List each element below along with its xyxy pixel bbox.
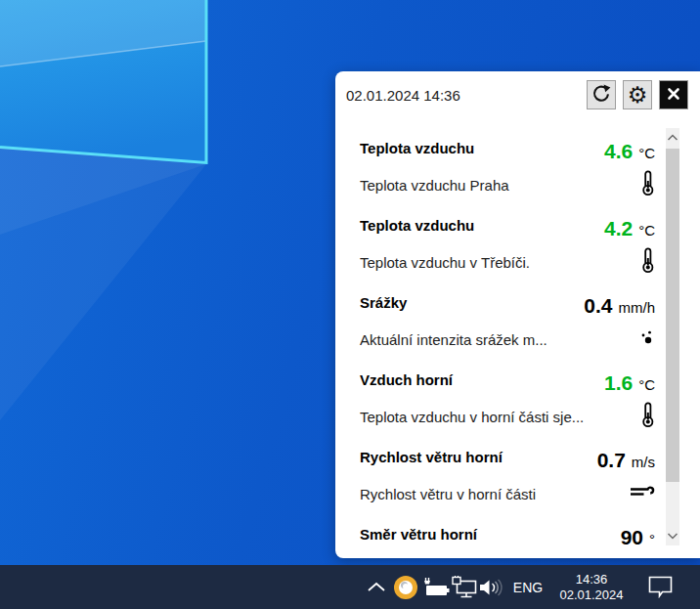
ethernet-monitor-icon (452, 576, 478, 598)
volume-tray-icon[interactable] (478, 565, 505, 609)
sensor-unit: ° (649, 531, 655, 547)
refresh-button[interactable] (587, 80, 616, 109)
chevron-up-icon (667, 134, 678, 142)
sensor-title: Teplota vzduchu (360, 140, 474, 156)
sensor-row[interactable]: Teplota vzduchu 4.6 °C Teplota vzduchu P… (335, 128, 666, 205)
chevron-up-icon (367, 582, 386, 592)
taskbar-time: 14:36 (576, 572, 608, 587)
sensor-value-group: 0.4 mm/h (584, 294, 655, 318)
taskbar-clock[interactable]: 14:36 02.01.2024 (553, 565, 630, 609)
thermometer-icon (640, 401, 655, 428)
scrollbar-down-button[interactable] (666, 526, 679, 545)
close-button[interactable] (659, 80, 688, 109)
taskbar-date: 02.01.2024 (559, 587, 623, 603)
sensor-unit: °C (638, 145, 655, 161)
scrollbar-thumb[interactable] (666, 149, 679, 482)
sensor-subtitle: Teplota vzduchu Praha (360, 177, 509, 194)
sensor-title: Srážky (360, 294, 407, 311)
refresh-icon (591, 84, 611, 107)
sensor-unit: °C (638, 222, 655, 239)
desktop-screen: 02.01.2024 14:36 ⚙ (0, 0, 700, 609)
network-tray-icon[interactable] (451, 565, 478, 609)
sensor-subtitle: Aktuální intenzita srážek m... (360, 331, 547, 348)
sensor-subtitle: Teplota vzduchu v Třebíči. (360, 254, 530, 271)
panel-scrollbar[interactable] (666, 128, 679, 545)
sensor-value: 4.6 (604, 140, 633, 163)
chevron-down-icon (667, 532, 678, 540)
wind-icon (630, 478, 655, 505)
battery-tray-icon[interactable] (421, 565, 451, 609)
sensor-value: 0.7 (597, 449, 626, 472)
thermometer-icon (640, 169, 655, 196)
sensor-row[interactable]: Rychlost větru horní 0.7 m/s Rychlost vě… (335, 437, 666, 514)
sensor-title: Rychlost větru horní (360, 449, 503, 465)
gear-icon: ⚙ (628, 84, 648, 107)
sensor-value-group: 0.7 m/s (597, 449, 655, 472)
rain-icon (640, 324, 655, 351)
sensor-value-group: 4.2 °C (604, 217, 655, 240)
sensor-value-group: 1.6 °C (604, 371, 655, 395)
sensor-value: 4.2 (604, 217, 633, 240)
wallpaper-window-shape (0, 0, 274, 430)
close-icon (665, 85, 682, 106)
settings-button[interactable]: ⚙ (623, 80, 652, 109)
sensor-value: 90 (621, 526, 643, 549)
show-hidden-icons-button[interactable] (365, 565, 388, 609)
taskbar: ENG 14:36 02.01.2024 (0, 565, 700, 609)
sensor-value-group: 90 ° (621, 526, 655, 549)
language-indicator[interactable]: ENG (510, 565, 546, 609)
battery-charging-icon (422, 577, 450, 598)
sensor-row[interactable]: Směr větru horní 90 ° (335, 514, 666, 558)
sensor-row[interactable]: Srážky 0.4 mm/h Aktuální intenzita sráže… (335, 283, 666, 360)
sensor-value: 1.6 (604, 371, 633, 395)
action-center-button[interactable] (645, 565, 675, 609)
thermometer-icon (640, 246, 655, 274)
sensor-unit: mm/h (619, 299, 656, 316)
sensor-title: Teplota vzduchu (360, 217, 474, 234)
panel-toolbar: ⚙ (587, 80, 688, 109)
weather-widget-panel: 02.01.2024 14:36 ⚙ (335, 71, 700, 558)
sensor-unit: m/s (632, 454, 655, 470)
sensor-list: Teplota vzduchu 4.6 °C Teplota vzduchu P… (335, 128, 666, 558)
sensor-title: Vzduch horní (360, 371, 453, 388)
system-tray: ENG 14:36 02.01.2024 (0, 565, 700, 609)
weather-app-tray-icon[interactable] (392, 565, 419, 609)
scrollbar-up-button[interactable] (666, 128, 679, 148)
sensor-subtitle: Teplota vzduchu v horní části sje... (360, 409, 584, 425)
action-center-icon (648, 576, 673, 598)
sensor-value: 0.4 (584, 294, 612, 318)
sensor-row[interactable]: Teplota vzduchu 4.2 °C Teplota vzduchu v… (335, 205, 666, 283)
sensor-title: Směr větru horní (360, 526, 477, 543)
sensor-value-group: 4.6 °C (604, 140, 655, 163)
app-circle-icon (394, 576, 417, 599)
sensor-subtitle: Rychlost větru v horní části (360, 486, 536, 502)
speaker-icon (479, 579, 504, 596)
sensor-row[interactable]: Vzduch horní 1.6 °C Teplota vzduchu v ho… (335, 360, 666, 437)
panel-datetime: 02.01.2024 14:36 (346, 87, 460, 104)
sensor-unit: °C (638, 376, 655, 393)
